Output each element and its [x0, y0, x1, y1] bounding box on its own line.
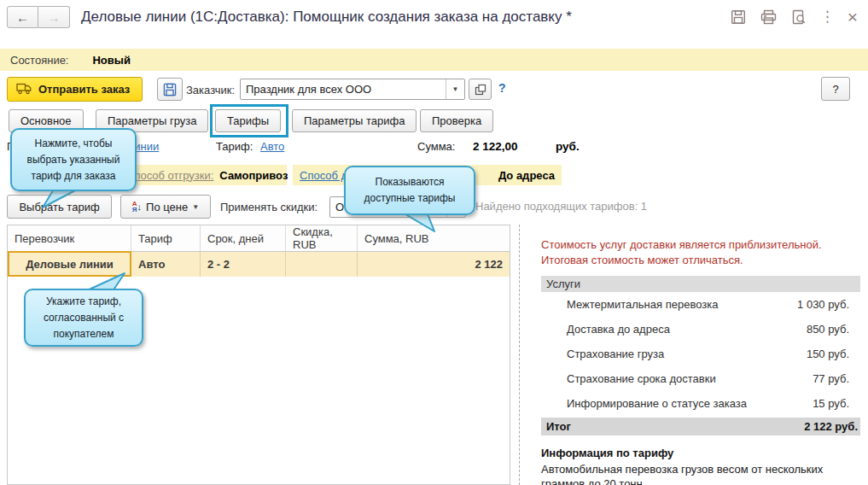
customer-dropdown-icon[interactable]: ▼: [446, 79, 464, 99]
tariffs-table: Перевозчик Тариф Срок, дней Скидка, RUB …: [7, 225, 510, 485]
close-icon[interactable]: ×: [848, 9, 858, 26]
service-price: 15 руб.: [813, 397, 849, 410]
app-window: ← → Деловые линии (1С:Доставка): Помощни…: [0, 0, 868, 485]
save-button[interactable]: [157, 78, 183, 101]
forward-button[interactable]: →: [38, 6, 70, 28]
service-row: Страхование срока доставки 77 руб.: [541, 366, 860, 391]
sort-by-price-button[interactable]: А Я ↓ По цене ▼: [120, 195, 211, 219]
tariff-info-header: Информация по тарифу: [541, 447, 860, 459]
window-title: Деловые линии (1С:Доставка): Помощник со…: [81, 9, 572, 26]
cell-term[interactable]: 2 - 2: [201, 251, 286, 277]
service-price: 77 руб.: [813, 372, 849, 385]
delivery-method-value: До адреса: [498, 169, 555, 182]
status-value: Новый: [92, 54, 130, 67]
col-term[interactable]: Срок, дней: [201, 225, 286, 252]
sort-button-label: По цене: [146, 201, 188, 213]
table-row[interactable]: Деловые линии Авто 2 - 2 2 122: [8, 251, 510, 277]
discounts-label: Применять скидки:: [220, 201, 317, 213]
sum-currency: руб.: [556, 140, 580, 153]
found-tariffs-text: Найдено подходящих тарифов: 1: [475, 200, 647, 213]
cell-discount[interactable]: [286, 251, 358, 277]
select-tariff-button[interactable]: Выбрать тариф: [7, 195, 112, 219]
cell-sum[interactable]: 2 122: [358, 251, 510, 277]
open-customer-button[interactable]: [469, 79, 492, 100]
customer-help-link[interactable]: ?: [498, 81, 506, 95]
customer-combobox[interactable]: Праздник для всех ООО ▼: [240, 79, 465, 100]
service-name: Информирование о статусе заказа: [567, 397, 747, 410]
service-name: Межтермитальная перевозка: [567, 298, 718, 311]
service-row: Межтермитальная перевозка 1 030 руб.: [541, 292, 860, 317]
tab-proverka[interactable]: Проверка: [420, 109, 493, 132]
sum-label: Сумма:: [417, 140, 455, 153]
tariffs-table-header: Перевозчик Тариф Срок, дней Скидка, RUB …: [8, 225, 510, 251]
cost-warning-text: Стоимость услуг доставки является прибли…: [541, 237, 857, 268]
tarify-highlight-box: [210, 104, 288, 137]
tooltip-available-tariffs: Показываются доступные тарифы: [344, 166, 475, 215]
services-header: Услуги: [541, 276, 860, 292]
customer-label: Заказчик:: [186, 84, 235, 96]
col-carrier[interactable]: Перевозчик: [8, 225, 131, 252]
col-sum[interactable]: Сумма, RUB: [358, 225, 510, 252]
service-price: 850 руб.: [807, 323, 849, 336]
service-name: Страхование срока доставки: [567, 372, 716, 385]
sort-dropdown-icon: ▼: [192, 203, 199, 211]
customer-value[interactable]: Праздник для всех ООО: [241, 79, 446, 99]
print-preview-icon[interactable]: [790, 9, 807, 26]
service-row: Доставка до адреса 850 руб.: [541, 317, 860, 342]
cell-carrier[interactable]: Деловые линии: [8, 251, 131, 277]
status-bar: Состояние: Новый: [0, 49, 868, 71]
tooltip-select-tariff: Нажмите, чтобы выбрать указанный тариф д…: [10, 128, 137, 191]
print-icon[interactable]: [760, 9, 778, 26]
panel-splitter[interactable]: [519, 225, 520, 485]
more-menu-icon[interactable]: ⋮: [820, 9, 835, 26]
truck-icon: [16, 82, 32, 97]
pickup-method-strip: Способ отгрузки: Самопривоз: [119, 165, 287, 185]
total-label: Итог: [546, 420, 571, 433]
service-row: Информирование о статусе заказа 15 руб.: [541, 391, 860, 416]
tariff-label: Тариф:: [216, 140, 253, 153]
service-name: Доставка до адреса: [567, 323, 670, 336]
status-label: Состояние:: [10, 54, 68, 67]
col-tariff[interactable]: Тариф: [131, 225, 201, 252]
pickup-method-value: Самопривоз: [219, 169, 288, 182]
back-button[interactable]: ←: [7, 6, 38, 28]
send-order-button[interactable]: Отправить заказ: [7, 77, 143, 102]
save-icon[interactable]: [730, 9, 747, 26]
tooltip-agreed-tariff: Укажите тариф, согласованный с покупател…: [24, 289, 143, 347]
total-value: 2 122 руб.: [804, 420, 858, 433]
service-price: 150 руб.: [807, 348, 849, 360]
col-discount[interactable]: Скидка, RUB: [286, 225, 358, 252]
service-price: 1 030 руб.: [797, 298, 849, 311]
sum-value: 2 122,00: [473, 140, 518, 153]
cell-tariff[interactable]: Авто: [131, 251, 201, 277]
tariff-info-text: Автомобильная перевозка грузов весом от …: [541, 462, 859, 485]
service-row: Страхование груза 150 руб.: [541, 342, 860, 366]
sort-az-icon: А Я ↓: [132, 201, 142, 213]
tab-parametry-tarifa[interactable]: Параметры тарифа: [292, 109, 417, 132]
help-button[interactable]: ?: [821, 77, 850, 101]
total-row: Итог 2 122 руб.: [541, 418, 860, 435]
send-order-label: Отправить заказ: [38, 83, 130, 96]
service-name: Страхование груза: [567, 348, 664, 360]
pickup-method-link[interactable]: Способ отгрузки:: [126, 169, 213, 182]
tariff-link[interactable]: Авто: [260, 140, 284, 153]
history-nav: ← →: [7, 6, 70, 28]
tariff-details-panel: Стоимость услуг доставки является прибли…: [541, 237, 860, 485]
